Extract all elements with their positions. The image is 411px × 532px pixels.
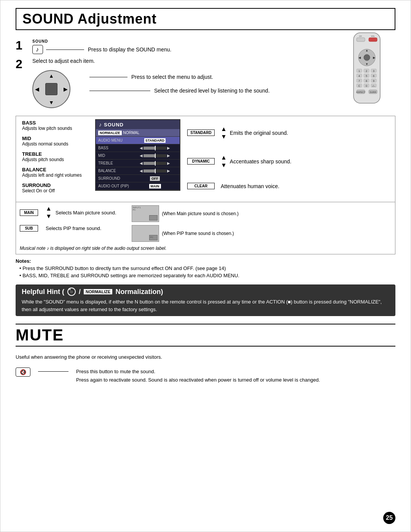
- dynamic-arrow: ▲ ▼: [221, 154, 227, 169]
- select-instruction-row: Select the desired level by listening to…: [89, 88, 270, 94]
- pip-sub-entry: PC (When PIP frame sound is chosen.): [132, 225, 239, 242]
- main-arrow: ▲ ▼: [46, 205, 52, 220]
- treble-right-arrow: ▶: [167, 161, 170, 165]
- svg-text:0: 0: [366, 85, 367, 87]
- svg-rect-2: [369, 38, 377, 42]
- mute-dash-line: [38, 371, 68, 372]
- step1-content: SOUND ♪ Press to display the SOUND menu.: [32, 39, 395, 54]
- menu-mid-value: ◀ ▶: [132, 153, 177, 158]
- menu-bass-row: BASS ◀ ▶: [96, 144, 180, 152]
- mute-section: MUTE Useful when answering the phone or …: [16, 324, 395, 384]
- treble-fill: [143, 162, 155, 165]
- menu-bass-value: ◀ ▶: [132, 146, 177, 150]
- svg-text:6: 6: [373, 75, 374, 77]
- mid-left-arrow: ◀: [140, 153, 143, 158]
- svg-text:2: 2: [366, 70, 367, 72]
- menu-mid-label: MID: [98, 153, 132, 158]
- normalize-value: NORMAL: [123, 131, 140, 135]
- right-section: STANDARD ▲ ▼ Emits the original sound. D…: [183, 116, 395, 202]
- arrow-down-icon: ▼: [49, 99, 54, 105]
- menu-surround-label: SURROUND: [98, 176, 132, 181]
- balance-left-arrow: ◀: [140, 169, 143, 173]
- diagram-bottom-bar: MAIN ▲ ▼ Selects Main picture sound. SUB…: [16, 202, 395, 254]
- dynamic-down-arrow: ▼: [221, 162, 227, 169]
- treble-slider: ◀ ▶: [140, 161, 170, 165]
- main-arrow-down: ▼: [46, 213, 52, 220]
- press-instruction: Press to select the menu to adjust.: [131, 74, 213, 80]
- standard-entry: STANDARD ▲ ▼ Emits the original sound.: [187, 126, 391, 140]
- mid-bar: [143, 154, 166, 157]
- joystick-area: ▲ ▼ ◀ ▶: [32, 70, 70, 108]
- svg-text:C: C: [358, 85, 360, 87]
- bass-fill: [143, 147, 155, 150]
- musical-note-line: Musical note ♪ is displayed on right sid…: [20, 246, 391, 251]
- dynamic-entry: DYNAMIC ▲ ▼ Accentuates sharp sound.: [187, 154, 391, 169]
- svg-text:4: 4: [358, 75, 360, 77]
- hint-slash: /: [79, 288, 81, 296]
- mute-button: 🔇: [16, 367, 30, 377]
- svg-text:5: 5: [366, 75, 367, 77]
- arrow-up-icon: ▲: [49, 73, 54, 79]
- mute-press-instruction: Press this button to mute the sound.: [76, 367, 320, 376]
- center-menu: ♪ SOUND NORMALIZE NORMAL AUDIO MENU STAN…: [92, 116, 183, 202]
- remote-image-area: ▲ ▼ ◀ ▶ 1 2 3 4 5 6 7 8 9 C 0: [346, 31, 392, 108]
- mid-label: MID Adjusts normal sounds: [22, 136, 88, 147]
- pip-main-note: (When Main picture sound is chosen.): [162, 211, 239, 216]
- remote-svg: ▲ ▼ ◀ ▶ 1 2 3 4 5 6 7 8 9 C 0: [346, 31, 388, 107]
- surround-desc: Select On or Off: [22, 188, 88, 193]
- bass-desc: Adjusts low pitch sounds: [22, 126, 88, 131]
- bass-thumb: [155, 146, 156, 150]
- main-btn-tag: MAIN: [20, 209, 38, 216]
- treble-desc: Adjusts pitch sounds: [22, 157, 88, 162]
- pip-sub-note: (When PIP frame sound is chosen.): [162, 231, 234, 236]
- dynamic-desc: Accentuates sharp sound.: [230, 158, 292, 165]
- sound-label-row: SOUND: [32, 39, 395, 43]
- standard-down-arrow: ▼: [221, 133, 227, 140]
- svg-text:7: 7: [358, 80, 360, 82]
- bass-label: BASS Adjusts low pitch sounds: [22, 120, 88, 131]
- menu-surround-value: OFF: [132, 176, 177, 181]
- mute-instructions: Press this button to mute the sound. Pre…: [76, 367, 320, 384]
- pip-sub-inner2: PC: [149, 235, 158, 240]
- svg-text:-/--: -/--: [372, 85, 376, 87]
- svg-point-4: [364, 54, 370, 61]
- balance-fill: [143, 169, 155, 173]
- treble-left-arrow: ◀: [140, 161, 143, 165]
- step2-row: ▲ ▼ ◀ ▶ Press to select the menu to adju…: [32, 70, 395, 108]
- bass-slider: ◀ ▶: [140, 146, 170, 150]
- balance-bar: [143, 169, 166, 173]
- page-title: SOUND Adjustment: [22, 11, 157, 27]
- pip-main-entry: INPUT1PC (When Main picture sound is cho…: [132, 205, 239, 222]
- audio-out-section: MAIN ▲ ▼ Selects Main picture sound. SUB…: [20, 205, 391, 242]
- page-number: 25: [383, 512, 395, 524]
- hint-n-super: N: [68, 288, 71, 291]
- bass-right-arrow: ▶: [167, 146, 170, 150]
- hint-n-circle: N ○: [67, 288, 76, 296]
- joystick-center: [45, 83, 57, 95]
- step2-instruction: Select to adjust each item.: [32, 58, 395, 64]
- svg-text:◀: ◀: [358, 56, 361, 59]
- balance-slider: ◀ ▶: [140, 169, 170, 173]
- menu-balance-row: BALANCE ◀ ▶: [96, 167, 180, 175]
- menu-surround-row: SURROUND OFF: [96, 175, 180, 182]
- mute-desc: Useful when answering the phone or recei…: [16, 354, 395, 360]
- treble-bar: [143, 162, 166, 165]
- press-line: [89, 77, 127, 77]
- pip-section: INPUT1PC (When Main picture sound is cho…: [128, 205, 239, 242]
- mid-right-arrow: ▶: [167, 153, 170, 158]
- step2-content: Select to adjust each item. ▲ ▼ ◀ ▶: [32, 58, 395, 108]
- pip-main-overlay: INPUT1PC: [133, 206, 141, 211]
- svg-text:▼: ▼: [365, 62, 368, 66]
- surround-title: SURROUND: [22, 182, 88, 188]
- mute-title: MUTE: [16, 326, 64, 344]
- notes-section: Notes: Press the SURROUND button to dire…: [16, 258, 395, 278]
- clear-tag: CLEAR: [187, 183, 215, 189]
- pip-sub-inner: [149, 215, 158, 220]
- mute-icon: 🔇: [20, 369, 26, 375]
- main-sub-section: MAIN ▲ ▼ Selects Main picture sound. SUB…: [20, 205, 116, 232]
- step1-section: 1 SOUND ♪ Press to display the SOUND men…: [16, 39, 395, 54]
- standard-arrow: ▲ ▼: [221, 126, 227, 140]
- standard-tag: STANDARD: [187, 129, 215, 136]
- menu-treble-value: ◀ ▶: [132, 161, 177, 165]
- balance-right-arrow: ▶: [167, 169, 170, 173]
